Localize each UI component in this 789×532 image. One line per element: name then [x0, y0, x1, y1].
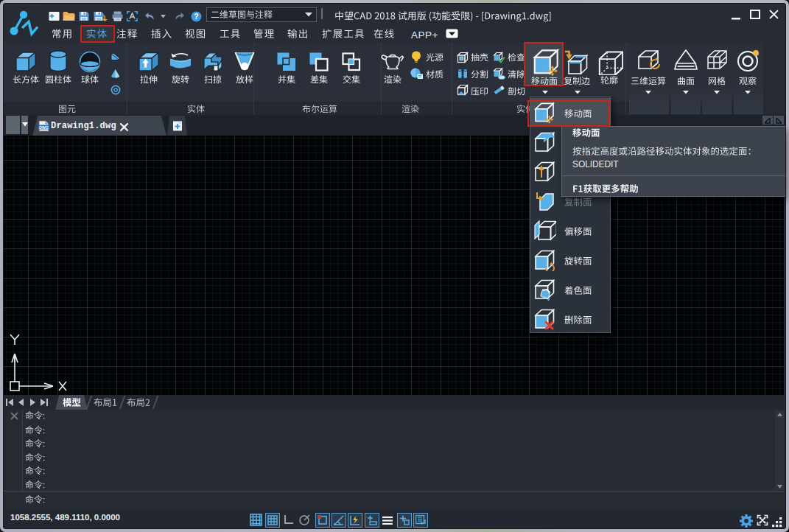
svg-text:DWG: DWG — [39, 125, 49, 130]
svg-text:?: ? — [194, 12, 198, 21]
